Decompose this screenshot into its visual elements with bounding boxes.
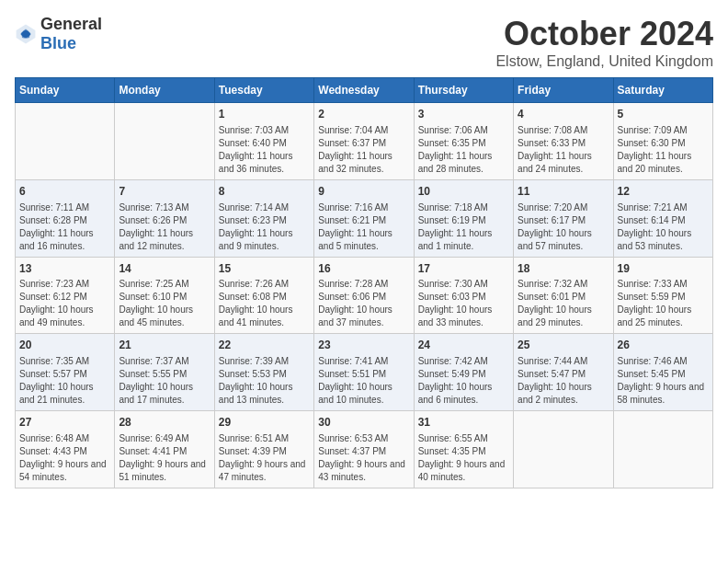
day-info: Sunrise: 6:48 AM Sunset: 4:43 PM Dayligh… xyxy=(19,432,110,484)
calendar-day-cell: 25Sunrise: 7:44 AM Sunset: 5:47 PM Dayli… xyxy=(514,334,613,411)
calendar-day-cell: 27Sunrise: 6:48 AM Sunset: 4:43 PM Dayli… xyxy=(16,411,115,488)
day-info: Sunrise: 7:42 AM Sunset: 5:49 PM Dayligh… xyxy=(418,355,509,407)
day-info: Sunrise: 7:44 AM Sunset: 5:47 PM Dayligh… xyxy=(518,355,609,407)
calendar-day-cell: 2Sunrise: 7:04 AM Sunset: 6:37 PM Daylig… xyxy=(314,103,414,180)
day-info: Sunrise: 7:39 AM Sunset: 5:53 PM Dayligh… xyxy=(219,355,310,407)
day-info: Sunrise: 7:06 AM Sunset: 6:35 PM Dayligh… xyxy=(418,124,509,176)
day-number: 31 xyxy=(418,415,509,431)
calendar-day-cell: 7Sunrise: 7:13 AM Sunset: 6:26 PM Daylig… xyxy=(115,179,214,257)
day-of-week-header: Thursday xyxy=(414,78,513,103)
day-number: 25 xyxy=(518,338,609,353)
day-of-week-header: Tuesday xyxy=(214,78,313,103)
calendar-day-cell: 16Sunrise: 7:28 AM Sunset: 6:06 PM Dayli… xyxy=(314,257,414,334)
day-number: 12 xyxy=(618,184,709,200)
day-info: Sunrise: 7:16 AM Sunset: 6:21 PM Dayligh… xyxy=(318,201,409,253)
calendar-day-cell xyxy=(115,103,214,180)
calendar-day-cell: 5Sunrise: 7:09 AM Sunset: 6:30 PM Daylig… xyxy=(613,103,712,180)
day-info: Sunrise: 7:37 AM Sunset: 5:55 PM Dayligh… xyxy=(119,355,210,407)
calendar-day-cell: 12Sunrise: 7:21 AM Sunset: 6:14 PM Dayli… xyxy=(613,179,712,257)
calendar-day-cell: 23Sunrise: 7:41 AM Sunset: 5:51 PM Dayli… xyxy=(314,334,414,411)
calendar-week-row: 13Sunrise: 7:23 AM Sunset: 6:12 PM Dayli… xyxy=(16,257,713,334)
title-block: October 2024 Elstow, England, United Kin… xyxy=(495,15,713,70)
day-number: 2 xyxy=(318,107,409,122)
day-number: 14 xyxy=(119,261,210,277)
day-info: Sunrise: 7:30 AM Sunset: 6:03 PM Dayligh… xyxy=(418,278,509,329)
day-info: Sunrise: 7:23 AM Sunset: 6:12 PM Dayligh… xyxy=(19,278,110,329)
day-info: Sunrise: 7:13 AM Sunset: 6:26 PM Dayligh… xyxy=(119,201,210,253)
day-number: 27 xyxy=(19,415,110,431)
day-info: Sunrise: 7:14 AM Sunset: 6:23 PM Dayligh… xyxy=(219,201,310,253)
calendar-week-row: 6Sunrise: 7:11 AM Sunset: 6:28 PM Daylig… xyxy=(16,179,713,257)
calendar-day-cell: 8Sunrise: 7:14 AM Sunset: 6:23 PM Daylig… xyxy=(214,179,313,257)
day-info: Sunrise: 6:53 AM Sunset: 4:37 PM Dayligh… xyxy=(318,432,409,484)
calendar-day-cell: 21Sunrise: 7:37 AM Sunset: 5:55 PM Dayli… xyxy=(115,334,214,411)
calendar-day-cell: 6Sunrise: 7:11 AM Sunset: 6:28 PM Daylig… xyxy=(16,179,115,257)
calendar-day-cell: 11Sunrise: 7:20 AM Sunset: 6:17 PM Dayli… xyxy=(514,179,613,257)
day-info: Sunrise: 7:03 AM Sunset: 6:40 PM Dayligh… xyxy=(219,124,310,176)
day-number: 23 xyxy=(318,338,409,353)
calendar-day-cell: 24Sunrise: 7:42 AM Sunset: 5:49 PM Dayli… xyxy=(414,334,513,411)
calendar-day-cell: 1Sunrise: 7:03 AM Sunset: 6:40 PM Daylig… xyxy=(214,103,313,180)
day-info: Sunrise: 7:33 AM Sunset: 5:59 PM Dayligh… xyxy=(618,278,709,329)
calendar-day-cell: 29Sunrise: 6:51 AM Sunset: 4:39 PM Dayli… xyxy=(214,411,313,488)
day-number: 22 xyxy=(219,338,310,353)
day-number: 9 xyxy=(318,184,409,200)
day-number: 24 xyxy=(418,338,509,353)
day-info: Sunrise: 7:32 AM Sunset: 6:01 PM Dayligh… xyxy=(518,278,609,329)
location-subtitle: Elstow, England, United Kingdom xyxy=(495,53,713,70)
logo-general-text: General xyxy=(40,15,102,33)
calendar-day-cell: 31Sunrise: 6:55 AM Sunset: 4:35 PM Dayli… xyxy=(414,411,513,488)
day-number: 7 xyxy=(119,184,210,200)
calendar-day-cell: 9Sunrise: 7:16 AM Sunset: 6:21 PM Daylig… xyxy=(314,179,414,257)
calendar-day-cell xyxy=(16,103,115,180)
day-info: Sunrise: 7:26 AM Sunset: 6:08 PM Dayligh… xyxy=(219,278,310,329)
logo: General Blue xyxy=(15,15,102,53)
calendar-day-cell: 10Sunrise: 7:18 AM Sunset: 6:19 PM Dayli… xyxy=(414,179,513,257)
day-number: 11 xyxy=(518,184,609,200)
day-number: 16 xyxy=(318,261,409,277)
month-title: October 2024 xyxy=(495,15,713,53)
day-info: Sunrise: 7:35 AM Sunset: 5:57 PM Dayligh… xyxy=(19,355,110,407)
day-number: 21 xyxy=(119,338,210,353)
day-number: 1 xyxy=(219,107,310,122)
calendar-day-cell: 28Sunrise: 6:49 AM Sunset: 4:41 PM Dayli… xyxy=(115,411,214,488)
day-number: 18 xyxy=(518,261,609,277)
calendar-table: SundayMondayTuesdayWednesdayThursdayFrid… xyxy=(15,77,713,488)
calendar-day-cell: 22Sunrise: 7:39 AM Sunset: 5:53 PM Dayli… xyxy=(214,334,313,411)
day-info: Sunrise: 7:41 AM Sunset: 5:51 PM Dayligh… xyxy=(318,355,409,407)
calendar-week-row: 27Sunrise: 6:48 AM Sunset: 4:43 PM Dayli… xyxy=(16,411,713,488)
day-number: 13 xyxy=(19,261,110,277)
calendar-day-cell xyxy=(514,411,613,488)
day-info: Sunrise: 7:11 AM Sunset: 6:28 PM Dayligh… xyxy=(19,201,110,253)
calendar-day-cell: 13Sunrise: 7:23 AM Sunset: 6:12 PM Dayli… xyxy=(16,257,115,334)
day-info: Sunrise: 7:09 AM Sunset: 6:30 PM Dayligh… xyxy=(618,124,709,176)
calendar-day-cell: 15Sunrise: 7:26 AM Sunset: 6:08 PM Dayli… xyxy=(214,257,313,334)
day-info: Sunrise: 7:25 AM Sunset: 6:10 PM Dayligh… xyxy=(119,278,210,329)
page-header: General Blue October 2024 Elstow, Englan… xyxy=(15,15,713,70)
calendar-header-row: SundayMondayTuesdayWednesdayThursdayFrid… xyxy=(16,78,713,103)
calendar-day-cell xyxy=(613,411,712,488)
calendar-day-cell: 19Sunrise: 7:33 AM Sunset: 5:59 PM Dayli… xyxy=(613,257,712,334)
calendar-day-cell: 26Sunrise: 7:46 AM Sunset: 5:45 PM Dayli… xyxy=(613,334,712,411)
day-info: Sunrise: 7:08 AM Sunset: 6:33 PM Dayligh… xyxy=(518,124,609,176)
day-info: Sunrise: 7:21 AM Sunset: 6:14 PM Dayligh… xyxy=(618,201,709,253)
day-of-week-header: Friday xyxy=(514,78,613,103)
calendar-week-row: 20Sunrise: 7:35 AM Sunset: 5:57 PM Dayli… xyxy=(16,334,713,411)
day-number: 8 xyxy=(219,184,310,200)
day-number: 3 xyxy=(418,107,509,122)
day-number: 29 xyxy=(219,415,310,431)
calendar-day-cell: 3Sunrise: 7:06 AM Sunset: 6:35 PM Daylig… xyxy=(414,103,513,180)
day-of-week-header: Saturday xyxy=(613,78,712,103)
day-number: 4 xyxy=(518,107,609,122)
day-of-week-header: Wednesday xyxy=(314,78,414,103)
day-info: Sunrise: 7:46 AM Sunset: 5:45 PM Dayligh… xyxy=(618,355,709,407)
day-number: 15 xyxy=(219,261,310,277)
calendar-day-cell: 14Sunrise: 7:25 AM Sunset: 6:10 PM Dayli… xyxy=(115,257,214,334)
day-number: 10 xyxy=(418,184,509,200)
day-info: Sunrise: 7:18 AM Sunset: 6:19 PM Dayligh… xyxy=(418,201,509,253)
day-number: 26 xyxy=(618,338,709,353)
day-of-week-header: Sunday xyxy=(16,78,115,103)
logo-icon xyxy=(15,23,37,45)
calendar-day-cell: 30Sunrise: 6:53 AM Sunset: 4:37 PM Dayli… xyxy=(314,411,414,488)
day-number: 28 xyxy=(119,415,210,431)
